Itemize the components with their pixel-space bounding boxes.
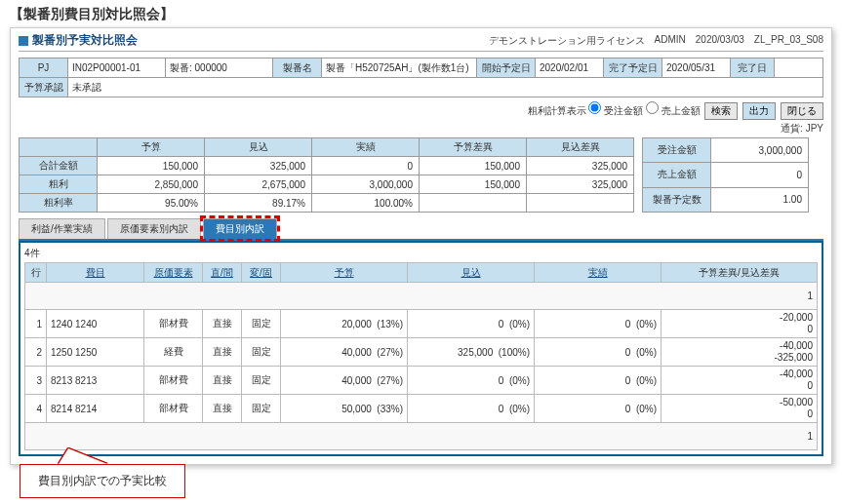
currency-label: 通貨: JPY <box>19 122 823 136</box>
detail-table: 行 費目 原価要素 直/間 変/固 予算 見込 実績 予算差異/見込差異 1 1… <box>24 262 818 450</box>
seiban-name: 製番「H520725AH」(製作数1台) <box>322 58 477 78</box>
page-title: 【製番別費目別対比照会】 <box>10 6 832 23</box>
tab-cost-element[interactable]: 原価要素別内訳 <box>107 218 201 239</box>
start-label: 開始予定日 <box>477 58 536 78</box>
square-icon <box>19 36 28 46</box>
approval-label: 予算承認 <box>20 78 68 97</box>
table-row[interactable]: 48214 8214部材費直接固定50,000 (33%)0 (0%)0 (0%… <box>25 395 818 423</box>
radio-sales-amount[interactable] <box>646 101 659 114</box>
calc-label: 粗利計算表示 <box>528 105 586 116</box>
options-row: 粗利計算表示 受注金額 売上金額 検索 出力 閉じる <box>19 101 823 120</box>
done-label: 完了日 <box>731 58 775 78</box>
radio-order-amount[interactable] <box>588 101 601 114</box>
info-table: PJ IN02P00001-01 製番: 000000 製番名 製番「H5207… <box>19 58 823 97</box>
side-summary-table: 受注金額3,000,000 売上金額0 製番予定数1.00 <box>642 137 809 213</box>
table-row[interactable]: 38213 8213部材費直接固定40,000 (27%)0 (0%)0 (0%… <box>25 367 818 395</box>
approval-value: 未承認 <box>68 78 823 97</box>
tab-expense-item[interactable]: 費目別内訳 <box>203 218 277 239</box>
callout-text: 費目別内訳での予実比較 <box>20 464 185 498</box>
summary-table: 予算 見込 実績 予算差異 見込差異 合計金額150,000325,000015… <box>19 137 634 213</box>
seiban-cell: 製番: 000000 <box>166 58 273 78</box>
row-count: 4件 <box>24 247 818 260</box>
start-date: 2020/02/01 <box>536 58 604 78</box>
done-date <box>775 58 823 78</box>
table-row[interactable]: 21250 1250経費直接固定40,000 (27%)325,000 (100… <box>25 338 818 367</box>
end-date: 2020/05/31 <box>662 58 731 78</box>
pj-code: IN02P00001-01 <box>68 58 166 78</box>
end-label: 完了予定日 <box>604 58 662 78</box>
seiban-name-label: 製番名 <box>273 58 322 78</box>
date-text: 2020/03/03 <box>696 34 744 48</box>
callout: 費目別内訳での予実比較 <box>20 448 185 498</box>
search-button[interactable]: 検索 <box>704 102 738 120</box>
tab-bar: 利益/作業実績 原価要素別内訳 費目別内訳 <box>19 218 823 241</box>
main-card: 製番別予実対比照会 デモンストレーション用ライセンス ADMIN 2020/03… <box>10 27 832 465</box>
detail-panel: 4件 行 費目 原価要素 直/間 変/固 予算 見込 実績 予算差異/見込差異 … <box>19 241 823 456</box>
output-button[interactable]: 出力 <box>742 102 776 120</box>
screen-name: 製番別予実対比照会 <box>32 32 138 49</box>
close-button[interactable]: 閉じる <box>781 102 823 120</box>
license-text: デモンストレーション用ライセンス <box>489 34 645 48</box>
user-text: ADMIN <box>655 34 686 48</box>
tab-profit[interactable]: 利益/作業実績 <box>19 218 105 239</box>
table-row[interactable]: 11240 1240部材費直接固定20,000 (13%)0 (0%)0 (0%… <box>25 310 818 338</box>
pj-label: PJ <box>20 58 68 78</box>
screen-id: ZL_PR_03_S08 <box>754 34 823 48</box>
